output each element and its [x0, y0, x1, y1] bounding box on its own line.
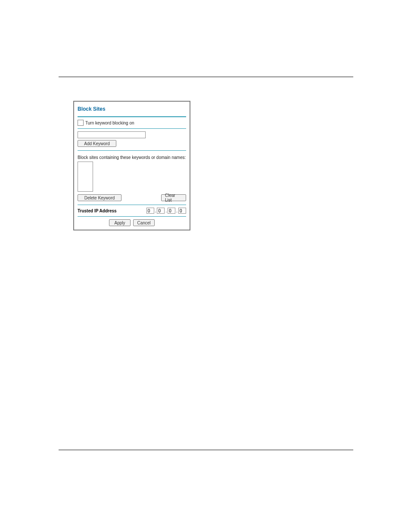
- apply-button[interactable]: Apply: [109, 219, 131, 226]
- keyword-blocking-label: Turn keyword blocking on: [85, 121, 134, 125]
- block-list-label: Block sites containing these keywords or…: [78, 155, 186, 160]
- cancel-button[interactable]: Cancel: [133, 219, 155, 226]
- list-buttons-row: Delete Keyword Clear List: [78, 194, 186, 201]
- header-rule: [59, 77, 353, 77]
- divider: [78, 128, 186, 129]
- keyword-blocking-checkbox[interactable]: [78, 120, 84, 126]
- divider: [78, 116, 186, 117]
- divider: [78, 205, 186, 205]
- trusted-ip-input-group: 0 . 0 . 0 . 0: [146, 208, 186, 214]
- ip-octet-4[interactable]: 0: [178, 208, 186, 214]
- keyword-listbox[interactable]: [78, 162, 93, 192]
- footer-rule: [59, 450, 353, 450]
- apply-cancel-row: Apply Cancel: [78, 219, 186, 227]
- keyword-blocking-row: Turn keyword blocking on: [78, 120, 186, 126]
- page: Block Sites Turn keyword blocking on Add…: [0, 0, 411, 532]
- ip-octet-1[interactable]: 0: [146, 208, 154, 214]
- panel-title: Block Sites: [78, 104, 186, 116]
- trusted-ip-row: Trusted IP Address 0 . 0 . 0 . 0: [78, 208, 186, 214]
- keyword-input[interactable]: [78, 131, 146, 138]
- ip-dot: .: [165, 208, 167, 213]
- delete-keyword-button[interactable]: Delete Keyword: [78, 194, 121, 201]
- clear-list-button[interactable]: Clear List: [161, 194, 186, 201]
- ip-octet-3[interactable]: 0: [168, 208, 175, 214]
- divider: [78, 216, 186, 217]
- trusted-ip-label: Trusted IP Address: [78, 208, 117, 213]
- ip-dot: .: [155, 208, 156, 213]
- block-sites-panel: Block Sites Turn keyword blocking on Add…: [73, 101, 190, 230]
- add-keyword-button[interactable]: Add Keyword: [78, 140, 116, 147]
- ip-dot: .: [176, 208, 177, 213]
- divider: [78, 150, 186, 151]
- ip-octet-2[interactable]: 0: [157, 208, 165, 214]
